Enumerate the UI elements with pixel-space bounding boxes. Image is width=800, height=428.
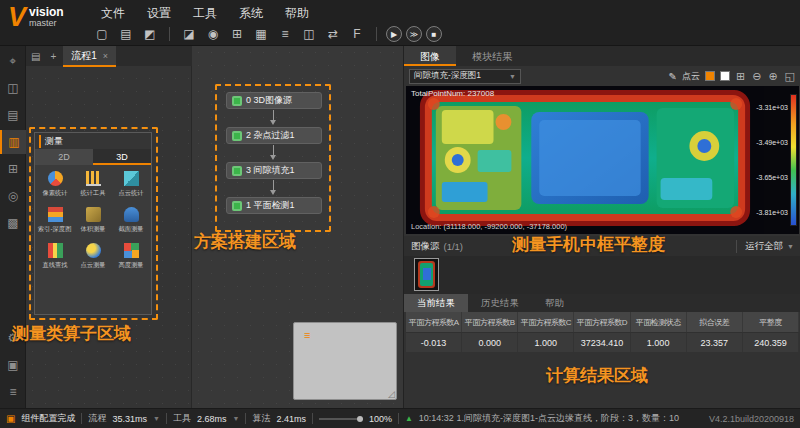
annotation-scheme-area: 方案搭建区域 (194, 230, 296, 253)
flow-canvas[interactable]: 0 3D图像源 2 杂点过滤1 3 间隙填充1 1 平面检测1 ≡ ◿ (192, 46, 403, 408)
image-source-page: (1/1) (444, 241, 464, 252)
operator-item[interactable]: 统计工具 (74, 168, 112, 201)
operator-item[interactable]: 高度测量 (112, 240, 150, 273)
menu-help[interactable]: 帮助 (274, 2, 320, 22)
operator-item[interactable]: 索引-深度图 (36, 204, 74, 237)
operator-label: 统计工具 (80, 189, 105, 198)
fullscreen-icon[interactable]: ◱ (784, 70, 796, 83)
menu-settings[interactable]: 设置 (136, 2, 182, 22)
chevron-down-icon[interactable]: ▼ (232, 415, 239, 422)
modules-icon[interactable]: ◫ (0, 76, 26, 100)
zoom-slider[interactable] (319, 418, 363, 420)
tab-2d[interactable]: 2D (35, 149, 93, 165)
tab-3d[interactable]: 3D (93, 149, 151, 165)
chevron-down-icon[interactable]: ▼ (153, 415, 160, 422)
operator-label: 点云统计 (118, 189, 143, 198)
list-panel-icon[interactable]: ▤ (0, 103, 26, 127)
canvas-minimap[interactable]: ≡ ◿ (293, 322, 397, 400)
depthmap-viewport[interactable]: TotalPointNum: 237008 (406, 86, 799, 234)
run-all-label: 运行全部 (745, 240, 783, 253)
measure-panel-title: 测量 (35, 133, 151, 149)
module-green-icon (232, 201, 242, 211)
zoom-percent: 100% (369, 414, 392, 424)
font-tool-icon[interactable]: F (347, 25, 367, 43)
pattern-icon[interactable]: ▩ (0, 211, 26, 235)
cursor-location-overlay: Location: (31118.000, -99200.000, -37178… (411, 222, 567, 231)
tab-history-result[interactable]: 历史结果 (468, 294, 532, 312)
cell-value: 0.000 (462, 332, 518, 352)
docs-icon[interactable]: ▣ (0, 353, 26, 377)
camera-icon[interactable]: ◉ (203, 25, 223, 43)
export-icon[interactable]: ◪ (179, 25, 199, 43)
app-window: V vision master 文件 设置 工具 系统 帮助 ▢ ▤ ◩ ◪ ◉… (0, 0, 800, 428)
operator-item[interactable]: 点云测量 (74, 240, 112, 273)
hamburger-icon[interactable]: ≡ (304, 329, 310, 341)
tab-image[interactable]: 图像 (404, 46, 456, 66)
pointcloud-label: 点云 (682, 70, 700, 83)
operator-item[interactable]: 体积测量 (74, 204, 112, 237)
grid-view-icon[interactable]: ⊞ (227, 25, 247, 43)
menu-system[interactable]: 系统 (228, 2, 274, 22)
operator-item[interactable]: 像素统计 (36, 168, 74, 201)
cell-value: 1.000 (631, 332, 687, 352)
scale-label: -3.49e+03 (756, 139, 788, 146)
add-flow-icon[interactable]: + (45, 51, 61, 62)
module-tool-icon[interactable]: ◫ (299, 25, 319, 43)
run-once-button[interactable]: ▶ (386, 26, 402, 42)
tab-current-result[interactable]: 当前结果 (404, 294, 468, 312)
target-icon[interactable]: ◎ (0, 184, 26, 208)
stop-button[interactable]: ■ (426, 26, 442, 42)
app-logo: V vision master (8, 4, 64, 31)
fit-view-icon[interactable]: ⊞ (735, 70, 746, 83)
image-source-select-value: 间隙填充-深度图1 (414, 70, 481, 82)
run-continuous-button[interactable]: ≫ (406, 26, 422, 42)
cell-value: 1.000 (518, 332, 574, 352)
measure-tools-icon[interactable]: ▥ (0, 130, 26, 154)
result-table: 平面方程系数A 平面方程系数B 平面方程系数C 平面方程系数D 平面检测状态 拟… (406, 312, 799, 352)
new-solution-icon[interactable]: ▢ (92, 25, 112, 43)
open-solution-icon[interactable]: ▤ (116, 25, 136, 43)
io-tool-icon[interactable]: ⇄ (323, 25, 343, 43)
calibration-icon[interactable]: ⊞ (0, 157, 26, 181)
flow-node-noise-filter[interactable]: 2 杂点过滤1 (226, 127, 322, 144)
image-source-select[interactable]: 间隙填充-深度图1 ▼ (409, 69, 521, 84)
save-solution-icon[interactable]: ◩ (140, 25, 160, 43)
cell-value: 23.357 (687, 332, 743, 352)
menu-tools[interactable]: 工具 (182, 2, 228, 22)
flow-node-image-source[interactable]: 0 3D图像源 (226, 92, 322, 109)
matrix-tool-icon[interactable]: ▦ (251, 25, 271, 43)
result-tab-bar: 当前结果 历史结果 帮助 (404, 294, 800, 312)
image-thumbnail[interactable] (414, 258, 439, 291)
flow-hierarchy-icon[interactable]: ▤ (26, 51, 45, 62)
flow-node-gap-fill[interactable]: 3 间隙填充1 (226, 162, 322, 179)
menu-icon[interactable]: ≡ (0, 380, 26, 404)
run-all-dropdown[interactable]: 运行全部 ▼ (736, 240, 794, 253)
zoom-in-icon[interactable]: ⊕ (767, 70, 778, 83)
flow-node-label: 1 平面检测1 (246, 199, 295, 212)
zoom-out-icon[interactable]: ⊖ (751, 70, 762, 83)
operator-item[interactable]: 截面测量 (112, 204, 150, 237)
operator-item[interactable]: 点云统计 (112, 168, 150, 201)
color-swatch-orange[interactable] (705, 71, 715, 81)
close-icon[interactable]: × (103, 51, 108, 61)
log-expand-icon[interactable]: ▲ (405, 414, 413, 423)
color-swatch-white[interactable] (720, 71, 730, 81)
tab-flow1[interactable]: 流程1 × (63, 46, 116, 67)
tab-module-result[interactable]: 模块结果 (456, 46, 528, 66)
crosshair-icon[interactable]: ⌖ (0, 49, 26, 73)
measure-operator-panel: 测量 2D 3D 像素统计 统计工具 点云统计 索引-深度图 体积测量 截面测量… (34, 132, 152, 315)
menu-file[interactable]: 文件 (90, 2, 136, 22)
tab-help[interactable]: 帮助 (532, 294, 577, 312)
list-tool-icon[interactable]: ≡ (275, 25, 295, 43)
table-row[interactable]: -0.013 0.000 1.000 37234.410 1.000 23.35… (406, 332, 799, 352)
zoom-slider-knob[interactable] (357, 416, 363, 422)
operator-item[interactable]: 直线查找 (36, 240, 74, 273)
operator-label: 体积测量 (80, 225, 105, 234)
operator-label: 像素统计 (42, 189, 67, 198)
edit-pencil-icon[interactable]: ✎ (669, 71, 677, 82)
tool-time-value: 2.68ms (197, 414, 227, 424)
flow-node-plane-detect[interactable]: 1 平面检测1 (226, 197, 322, 214)
viewer-controls: 间隙填充-深度图1 ▼ ✎ 点云 ⊞ ⊖ ⊕ ◱ (404, 66, 800, 86)
flow-time-label: 流程 (88, 412, 106, 425)
resize-handle-icon[interactable]: ◿ (388, 389, 395, 399)
